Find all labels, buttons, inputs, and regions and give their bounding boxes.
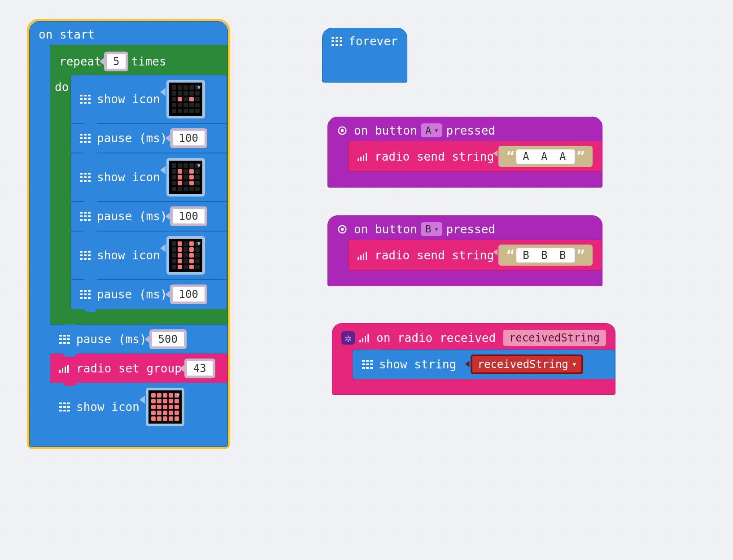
svg-rect-69 — [67, 402, 70, 404]
svg-rect-101 — [362, 360, 365, 362]
pause-label: pause (ms) — [97, 131, 167, 145]
svg-rect-78 — [340, 37, 342, 39]
tail-pause-0[interactable]: pause (ms) 500 — [50, 324, 227, 354]
svg-rect-30 — [80, 215, 83, 217]
led-pattern-dropdown[interactable]: ▼ — [166, 158, 205, 197]
svg-rect-49 — [84, 293, 87, 295]
svg-rect-32 — [88, 215, 91, 217]
svg-rect-27 — [80, 212, 83, 214]
svg-rect-65 — [65, 367, 66, 373]
svg-rect-106 — [370, 363, 373, 365]
repeat-pause-3[interactable]: pause (ms) 100 — [70, 201, 227, 231]
button-a-dropdown[interactable]: A▼ — [421, 123, 442, 137]
svg-rect-42 — [80, 258, 83, 260]
svg-rect-24 — [80, 180, 83, 182]
forever-block[interactable]: forever — [322, 28, 407, 83]
pause-value-input[interactable]: 100 — [170, 284, 207, 304]
led-pattern-dropdown[interactable]: ▼ — [146, 388, 184, 426]
svg-rect-26 — [88, 180, 91, 182]
svg-rect-90 — [366, 153, 367, 161]
tail-radio-set-group[interactable]: radio set group 43 — [50, 354, 227, 383]
svg-point-92 — [341, 228, 344, 231]
svg-rect-67 — [59, 402, 62, 404]
svg-rect-18 — [80, 173, 83, 175]
target-icon — [337, 126, 348, 135]
svg-rect-88 — [360, 157, 362, 161]
repeat-label-a: repeat — [59, 55, 101, 68]
svg-rect-82 — [332, 44, 334, 46]
radio-send-b-input[interactable]: “B B B” — [498, 245, 593, 266]
svg-rect-31 — [84, 215, 87, 217]
repeat-pause-1[interactable]: pause (ms) 100 — [70, 123, 227, 153]
received-string-var-dropdown[interactable]: receivedString▼ — [471, 354, 584, 374]
svg-rect-48 — [80, 293, 83, 295]
svg-rect-68 — [63, 402, 66, 404]
repeat-label-b: times — [131, 55, 166, 68]
on-start-hat[interactable]: on start repeat 5 times do — [29, 21, 228, 447]
svg-rect-20 — [88, 173, 91, 175]
show-icon-label: show icon — [97, 171, 160, 184]
svg-rect-61 — [63, 342, 66, 344]
radio-send-b-label: radio send string — [375, 249, 494, 262]
grid-icon — [362, 360, 373, 369]
grid-icon — [80, 290, 91, 299]
repeat-show-icon-2[interactable]: show icon ▼ — [70, 153, 227, 201]
svg-rect-15 — [80, 141, 83, 143]
on-button-b-block[interactable]: on button B▼ pressed radio send string “… — [327, 215, 602, 286]
pause-value-input[interactable]: 100 — [170, 128, 207, 148]
svg-rect-63 — [59, 370, 61, 373]
repeat-count-input[interactable]: 5 — [104, 52, 128, 71]
pause-label: pause (ms) — [97, 210, 167, 223]
svg-rect-71 — [63, 406, 66, 408]
svg-rect-23 — [88, 176, 91, 178]
svg-rect-19 — [84, 173, 87, 175]
svg-rect-34 — [84, 219, 87, 221]
led-pattern-dropdown[interactable]: ▼ — [166, 236, 205, 275]
show-icon-label: show icon — [97, 249, 160, 262]
pause-value-input[interactable]: 500 — [149, 329, 187, 349]
svg-rect-9 — [80, 134, 83, 136]
svg-rect-47 — [88, 290, 91, 292]
button-b-dropdown[interactable]: B▼ — [421, 222, 442, 236]
show-icon-label: show icon — [76, 400, 140, 414]
repeat-show-icon-4[interactable]: show icon ▼ — [70, 231, 227, 280]
svg-rect-5 — [88, 98, 91, 100]
repeat-block[interactable]: repeat 5 times do show icon ▼ pause (ms)… — [50, 45, 227, 325]
svg-rect-60 — [59, 342, 62, 344]
svg-rect-87 — [358, 158, 359, 161]
pause-label: pause (ms) — [97, 288, 167, 301]
repeat-show-icon-0[interactable]: show icon ▼ — [70, 75, 227, 123]
radio-set-group-label: radio set group — [76, 362, 182, 375]
svg-rect-14 — [88, 137, 91, 139]
svg-rect-79 — [332, 40, 334, 42]
on-radio-received-block[interactable]: ✲ on radio received receivedString show … — [332, 323, 615, 395]
radio-send-a-label: radio send string — [375, 150, 494, 163]
on-button-a-block[interactable]: on button A▼ pressed radio send string “… — [327, 117, 602, 188]
svg-rect-35 — [88, 219, 91, 221]
received-string-param[interactable]: receivedString — [503, 330, 606, 346]
led-pattern-dropdown[interactable]: ▼ — [166, 80, 205, 118]
svg-rect-36 — [80, 251, 83, 253]
svg-rect-97 — [359, 340, 361, 342]
radio-send-a-input[interactable]: “A A A” — [498, 146, 593, 167]
gear-icon[interactable]: ✲ — [341, 331, 355, 345]
show-string-block[interactable]: show string receivedString▼ — [353, 350, 615, 379]
on-start-stack[interactable]: on start repeat 5 times do — [27, 19, 230, 449]
svg-rect-56 — [67, 335, 70, 337]
radio-send-b-block[interactable]: radio send string “B B B” — [348, 240, 602, 271]
svg-rect-45 — [80, 290, 83, 292]
grid-icon — [80, 212, 91, 221]
repeat-do-label: do — [55, 80, 69, 94]
repeat-pause-5[interactable]: pause (ms) 100 — [70, 280, 227, 309]
on-radio-label: on radio received — [376, 331, 496, 345]
svg-point-86 — [341, 129, 344, 132]
svg-rect-44 — [88, 258, 91, 260]
radio-send-a-block[interactable]: radio send string “A A A” — [348, 141, 602, 172]
radio-group-input[interactable]: 43 — [184, 359, 215, 378]
forever-label: forever — [349, 35, 398, 48]
svg-rect-51 — [80, 297, 83, 299]
pause-value-input[interactable]: 100 — [170, 206, 207, 226]
svg-rect-0 — [80, 95, 83, 96]
tail-show-icon-2[interactable]: show icon ▼ — [50, 383, 227, 431]
target-icon — [337, 225, 348, 234]
